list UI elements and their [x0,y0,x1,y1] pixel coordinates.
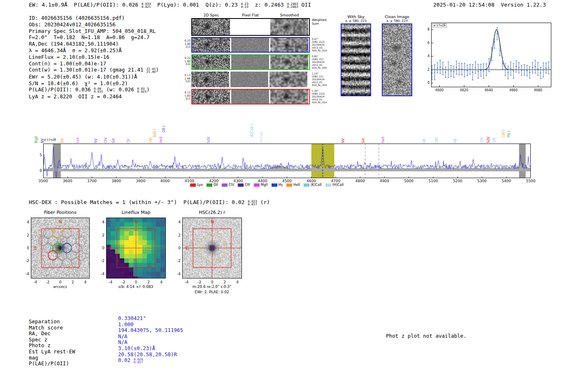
spec2d-image-canvas-smooth [270,19,308,35]
spectrum-x-tick-label: 5100 [427,179,439,183]
cutout-y-tick-label: 0 [20,246,29,250]
cutout-y-tick-label: 4 [95,220,105,224]
spectrum-x-tick-label: 4000 [159,179,171,183]
cutout-y-tick-label: 2 [20,233,29,237]
info-line: Primary Spec_Slot_IFU_AMP: 504_050_018_R… [29,28,159,35]
cutout-x-tick-label: -2 [195,280,204,284]
spec2d-col-title-pixelflat: Pixel Flat [231,13,269,17]
text-segment: ) [156,67,159,73]
legend-label: Hγ [279,183,283,187]
emission-line-label: OIII [492,138,496,143]
spec2d-panel: 2D Spec Pixel Flat Smoothed WeightedSum0… [181,12,326,107]
match-table-row-label: RA, Dec [29,330,51,336]
info-line: LineFlux = 2.10(±0.15)e-16 [29,54,159,60]
zoom-y-tick-label: 0 [421,81,430,85]
line-fit-plot-canvas [431,23,551,87]
text-segment: ID: 4026635156 (4026635156.pdf) [29,15,125,21]
emission-line-label: (H)CaII [260,132,263,143]
text-segment: z: 0.2463 [249,2,287,8]
spectrum-y-tick-label: 5 [34,153,42,157]
info-line: F=2.0" T=0.182 N=1.18 A=0.86 g=24.7 [29,34,159,41]
spec2d-row-left-labels: 0.231.40313 [181,39,190,49]
emission-line-label: MgII [35,136,38,143]
cutout-x-tick-label: 0 [56,280,65,284]
spec2d-image-canvas-2d [192,38,230,52]
text-segment: 0.330421" [118,315,146,321]
spec2d-row-right-labels: 1.23"(580, 22)20230424v012_01504_RL_004 [312,72,328,86]
text-segment: Primary Spec_Slot_IFU_AMP: 504_050_018_R… [29,28,156,34]
match-table-row-label: Match score [29,325,63,331]
spec2d-col-title-smoothed: Smoothed [270,13,309,17]
text-segment: RA,Dec (194.043182,50.111904) [29,41,118,47]
spectrum-y-tick-label: 0 [34,169,42,173]
spec2d-right-label-line: v012_03 [312,46,328,49]
hsc-cutout-canvas [182,218,242,278]
legend-label: Lyα [197,183,203,187]
fiber-positions-canvas [31,218,90,278]
match-table-row-label: Spec z [29,336,47,343]
info-line: S/N = 10.4(±0.6) χ² = 1.0(±0.2) [29,80,159,87]
withsky-title: With Sky [341,14,371,19]
spec2d-image-canvas-flat [231,38,269,52]
stacked-uncertainty: 21.4121.40 [146,67,156,74]
match-table-row-label: P(LAE)/P(OII) [29,360,69,366]
legend-item: CIII [238,183,250,187]
stacked-uncertainty: 0.0240.017 [134,358,143,364]
legend-item: HeII [286,183,300,187]
spec2d-image-canvas-2d [191,72,229,87]
text-segment: 0.02 [118,357,134,363]
cutout-y-tick-label: 2 [172,233,181,237]
fiber-xlabel: arcsecs [39,285,81,289]
spec2d-image-canvas-flat [231,19,269,35]
text-segment: P(LAE)/P(OII): 0.036 [29,86,94,93]
spec2d-image-canvas-flat [231,55,269,69]
text-segment: N/A [118,339,128,345]
legend-item: (K)CaII [304,183,322,187]
spec2d-left-label-line: 313 [181,97,190,101]
legend-swatch [254,183,260,187]
cutout-y-tick-label: -2 [20,259,29,263]
text-segment: EWr = 5.20(±0.45) (w: 4.10(±0.31))Å [29,74,137,80]
cutout-x-tick-label: 0 [208,280,217,284]
cutout-x-tick-label: -2 [119,280,128,284]
info-line: EWr = 5.20(±0.45) (w: 4.10(±0.31))Å [29,74,159,80]
emission-line-label: SiIV [487,137,490,143]
legend-item: CIV [222,183,234,187]
match-table-row-value: N/A [118,333,128,339]
text-segment: Obs: 20230424v012_4026635156 [29,21,116,28]
cutout-x-tick-label: 4 [233,280,242,284]
text-segment: 3.10(±0.23)Å [118,345,155,351]
cutout-y-tick-label: 4 [172,220,181,224]
spec2d-row-right-labels: 0.67"(580, 223)20230424v012_03504_RL_024 [312,37,328,52]
emission-line-label: Lyα [76,137,79,143]
spec2d-right-label-line: 0.82" [312,55,328,58]
spec2d-col-title-2dspec: 2D Spec [192,13,230,17]
emission-line-labels: MgIINVSiIILyαNVCIVSiIICIIOVISiIV (HeIIOI… [43,108,531,144]
text-segment: 1.000 [118,321,134,327]
info-line: RA,Dec (194.043182,50.111904) [29,41,159,47]
spec2d-image-canvas-smooth [270,90,308,104]
cutout-x-tick-label: -2 [43,280,52,284]
cutout-x-tick-label: 4 [81,280,90,284]
zoom-x-tick-label: 4680 [532,88,544,92]
info-line: Cont(w) = 1.30(±0.01)e-17 (gmag 21.41 21… [29,67,159,74]
spectrum-x-tick-label: 3600 [61,179,74,183]
legend-swatch [304,183,309,187]
info-line: Cont(n) = 1.00(±0.04)e-17 [29,60,159,67]
spectrum-x-tick-label: 5400 [500,179,513,183]
cutout-x-tick-label: -4 [106,280,115,284]
legend-swatch [325,183,331,187]
text-segment: LineFlux = 2.10(±0.15)e-16 [29,54,109,60]
spectrum-x-tick-label: 4400 [256,179,269,183]
hsc-cutout-title: HSC(26.2) r [182,210,242,215]
legend-swatch [190,183,196,187]
emission-line-label: (K)CaII ( [250,124,254,137]
cutout-y-tick-label: 4 [20,220,29,224]
cutout-x-tick-label: 2 [68,280,77,284]
spec2d-right-label-line: 20230424 [312,95,328,98]
spec2d-right-label-line: 20230424 [312,43,328,46]
spectrum-x-tick-label: 4600 [305,179,318,183]
emission-line-label: SiII [362,138,365,143]
text-segment: LyA z = 2.8220 OII z = 0.2464 [29,93,122,100]
zoom-y-tick-label: 2 [421,68,430,72]
